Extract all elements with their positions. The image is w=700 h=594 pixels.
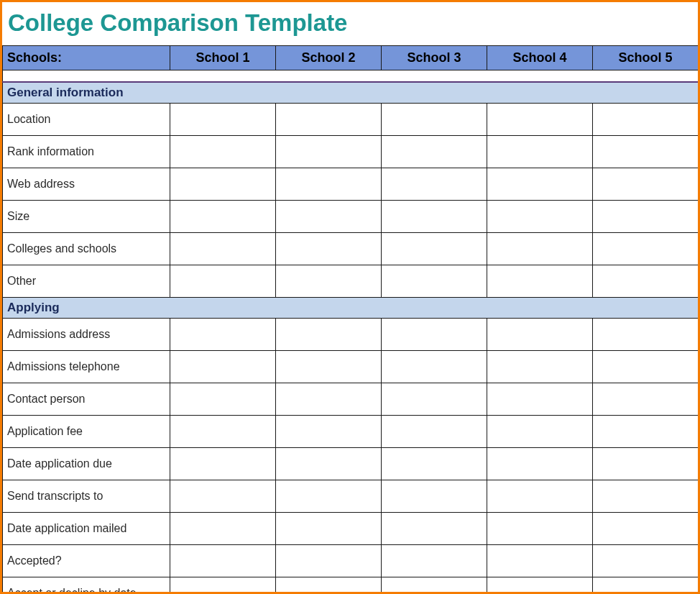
cell[interactable] [593, 232, 699, 265]
cell[interactable] [487, 103, 593, 135]
cell[interactable] [382, 447, 487, 480]
cell[interactable] [382, 544, 487, 577]
cell[interactable] [593, 200, 699, 232]
table-row: Accept or decline by date [3, 577, 699, 594]
cell[interactable] [276, 232, 382, 265]
cell[interactable] [593, 135, 699, 168]
page-title: College Comparison Template [8, 9, 698, 37]
cell[interactable] [487, 265, 593, 297]
cell[interactable] [487, 350, 593, 383]
cell[interactable] [487, 512, 593, 544]
spacer-row [3, 70, 699, 82]
cell[interactable] [593, 318, 699, 350]
cell[interactable] [593, 447, 699, 480]
cell[interactable] [170, 577, 276, 594]
cell[interactable] [487, 447, 593, 480]
cell[interactable] [382, 577, 487, 594]
cell[interactable] [487, 415, 593, 447]
header-col-1: School 1 [170, 46, 276, 70]
cell[interactable] [276, 103, 382, 135]
cell[interactable] [276, 447, 382, 480]
cell[interactable] [487, 232, 593, 265]
cell[interactable] [382, 103, 487, 135]
table-row: Application fee [3, 415, 699, 447]
cell[interactable] [276, 383, 382, 415]
cell[interactable] [487, 544, 593, 577]
cell[interactable] [276, 544, 382, 577]
cell[interactable] [593, 415, 699, 447]
table-row: Date application mailed [3, 512, 699, 544]
cell[interactable] [487, 135, 593, 168]
cell[interactable] [170, 318, 276, 350]
cell[interactable] [487, 168, 593, 200]
cell[interactable] [276, 480, 382, 512]
cell[interactable] [170, 350, 276, 383]
cell[interactable] [593, 512, 699, 544]
row-label: Date application mailed [3, 512, 170, 544]
cell[interactable] [276, 168, 382, 200]
cell[interactable] [593, 350, 699, 383]
cell[interactable] [170, 383, 276, 415]
cell[interactable] [170, 265, 276, 297]
table-row: Colleges and schools [3, 232, 699, 265]
cell[interactable] [170, 135, 276, 168]
cell[interactable] [593, 103, 699, 135]
cell[interactable] [170, 415, 276, 447]
cell[interactable] [487, 383, 593, 415]
cell[interactable] [382, 168, 487, 200]
cell[interactable] [382, 135, 487, 168]
cell[interactable] [276, 265, 382, 297]
cell[interactable] [593, 544, 699, 577]
cell[interactable] [487, 200, 593, 232]
cell[interactable] [593, 480, 699, 512]
cell[interactable] [170, 168, 276, 200]
cell[interactable] [276, 577, 382, 594]
cell[interactable] [593, 577, 699, 594]
cell[interactable] [170, 512, 276, 544]
cell[interactable] [276, 200, 382, 232]
cell[interactable] [382, 383, 487, 415]
cell[interactable] [276, 350, 382, 383]
cell[interactable] [382, 350, 487, 383]
cell[interactable] [487, 480, 593, 512]
cell[interactable] [593, 168, 699, 200]
cell[interactable] [276, 512, 382, 544]
row-label: Date application due [3, 447, 170, 480]
row-label: Size [3, 200, 170, 232]
header-col-5: School 5 [593, 46, 699, 70]
cell[interactable] [382, 232, 487, 265]
cell[interactable] [170, 447, 276, 480]
cell[interactable] [170, 480, 276, 512]
section-header-general: General information [3, 82, 699, 104]
cell[interactable] [382, 480, 487, 512]
cell[interactable] [170, 232, 276, 265]
table-row: Date application due [3, 447, 699, 480]
table-row: Web address [3, 168, 699, 200]
row-label: Other [3, 265, 170, 297]
cell[interactable] [276, 318, 382, 350]
table-row: Send transcripts to [3, 480, 699, 512]
table-row: Other [3, 265, 699, 297]
cell[interactable] [382, 265, 487, 297]
cell[interactable] [382, 415, 487, 447]
cell[interactable] [487, 318, 593, 350]
table-row: Rank information [3, 135, 699, 168]
cell[interactable] [276, 415, 382, 447]
cell[interactable] [382, 512, 487, 544]
header-col-3: School 3 [382, 46, 487, 70]
comparison-table: Schools: School 1 School 2 School 3 Scho… [2, 45, 699, 594]
cell[interactable] [276, 135, 382, 168]
row-label: Rank information [3, 135, 170, 168]
table-row: Admissions address [3, 318, 699, 350]
cell[interactable] [487, 577, 593, 594]
row-label: Location [3, 103, 170, 135]
header-row: Schools: School 1 School 2 School 3 Scho… [3, 46, 699, 70]
cell[interactable] [170, 103, 276, 135]
header-col-4: School 4 [487, 46, 593, 70]
cell[interactable] [593, 265, 699, 297]
cell[interactable] [382, 200, 487, 232]
cell[interactable] [382, 318, 487, 350]
cell[interactable] [170, 544, 276, 577]
cell[interactable] [593, 383, 699, 415]
cell[interactable] [170, 200, 276, 232]
